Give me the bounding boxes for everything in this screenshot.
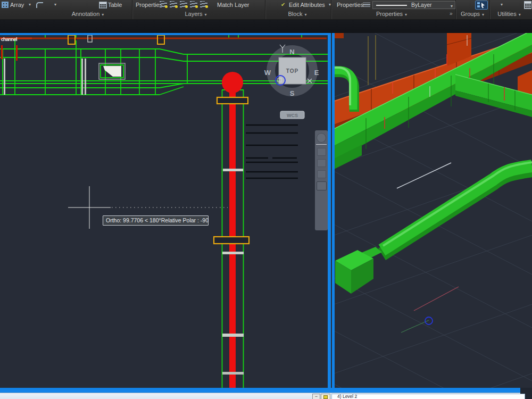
status-bar: − 4) Level 2 <box>0 393 520 399</box>
panel-utilities[interactable]: Utilities▾ <box>490 10 528 19</box>
viewport-3d[interactable] <box>331 33 532 399</box>
table-icon <box>99 2 107 9</box>
viewcube-west[interactable]: W <box>264 69 271 77</box>
viewcube[interactable]: N W E S TOP <box>264 45 319 97</box>
panel-expand-icon[interactable]: » <box>450 11 453 16</box>
background-lines <box>246 125 298 178</box>
viewport-2d-top[interactable]: N W E S TOP WCS channel <box>0 33 331 393</box>
fillet-icon[interactable] <box>36 2 43 8</box>
ribbon-drawing-gap <box>0 20 532 33</box>
svg-text:WCS: WCS <box>287 113 298 118</box>
viewcube-east[interactable]: E <box>314 69 319 77</box>
edit-attributes-icon: ✔ <box>281 1 285 9</box>
application-window: Array ▾ ▾ Table Properties Match Layer ✔… <box>0 0 532 399</box>
match-layer-button[interactable]: Match Layer <box>217 1 250 9</box>
drawing-canvas-3d[interactable] <box>334 33 532 399</box>
layer-lock-icon[interactable] <box>180 1 187 7</box>
duct-connectors <box>68 35 164 44</box>
drawing-canvas-2d[interactable]: N W E S TOP WCS <box>0 35 328 388</box>
steering-wheel-icon[interactable] <box>317 133 326 143</box>
polar-tracking-tooltip: Ortho: 99.7706 < 180°Relative Polar : -9… <box>103 215 209 226</box>
table-button[interactable]: Table <box>108 1 122 9</box>
bylayer-value: ByLayer <box>411 2 432 9</box>
viewcube-north[interactable]: N <box>289 48 294 56</box>
minimize-button[interactable]: − <box>312 394 320 399</box>
round-duct-plan <box>222 72 243 93</box>
panel-separator <box>489 0 491 19</box>
match-properties-icon <box>363 3 370 7</box>
edit-attributes-button[interactable]: Edit Attributes <box>289 1 325 9</box>
panel-separator <box>455 0 456 19</box>
panel-properties[interactable]: Properties▾ <box>352 10 431 19</box>
linetype-preview <box>376 5 407 6</box>
panel-separator <box>331 0 332 19</box>
navbar-divider <box>316 144 327 145</box>
chevron-down-icon[interactable]: ▾ <box>29 2 31 8</box>
chevron-down-icon[interactable]: ▾ <box>501 2 503 8</box>
layer-properties-button[interactable]: Properties <box>136 1 162 9</box>
panel-separator <box>265 0 266 19</box>
match-properties-button[interactable]: Properties <box>337 1 363 9</box>
layer-isolate-icon[interactable] <box>190 1 197 7</box>
calculator-icon[interactable] <box>524 1 531 9</box>
view-icon-button[interactable] <box>321 394 330 399</box>
panel-layers[interactable]: Layers▾ <box>161 10 230 19</box>
array-grid-icon <box>2 2 9 8</box>
chevron-down-icon[interactable]: ▾ <box>54 2 56 8</box>
panel-block[interactable]: Block▾ <box>266 10 329 19</box>
panel-separator <box>132 0 133 19</box>
ribbon: Array ▾ ▾ Table Properties Match Layer ✔… <box>0 0 532 20</box>
layer-freeze-icon[interactable] <box>170 1 177 7</box>
viewcube-top-label[interactable]: TOP <box>286 68 298 74</box>
layer-match-icon[interactable] <box>200 1 207 7</box>
view-name-tab[interactable]: 4) Level 2 <box>331 394 525 399</box>
array-button[interactable]: Array <box>10 1 24 9</box>
pan-icon[interactable] <box>317 148 326 156</box>
riser-duct <box>214 72 249 388</box>
layer-tools <box>160 1 210 10</box>
orbit-icon[interactable] <box>317 170 326 178</box>
group-select-icon <box>476 1 487 9</box>
wcs-badge[interactable]: WCS <box>280 111 304 119</box>
layer-on-icon[interactable] <box>160 1 167 7</box>
drawing-text-label: channel <box>1 36 17 42</box>
zoom-icon[interactable] <box>317 159 326 167</box>
showmotion-icon[interactable] <box>317 181 327 190</box>
panel-groups[interactable]: Groups▾ <box>455 10 489 19</box>
duct-orange-corner <box>334 33 344 38</box>
view-icon <box>323 395 328 399</box>
viewport-border <box>332 33 335 399</box>
group-select-button[interactable] <box>475 1 488 10</box>
navigation-bar[interactable] <box>315 130 328 230</box>
viewcube-south[interactable]: S <box>290 89 295 97</box>
viewport-border <box>0 33 331 35</box>
chevron-down-icon: ▾ <box>451 3 453 10</box>
bylayer-dropdown[interactable]: ByLayer ▾ <box>372 1 455 9</box>
viewport-bottom-border <box>0 388 520 393</box>
panel-annotation[interactable]: Annotation▾ <box>53 10 122 19</box>
